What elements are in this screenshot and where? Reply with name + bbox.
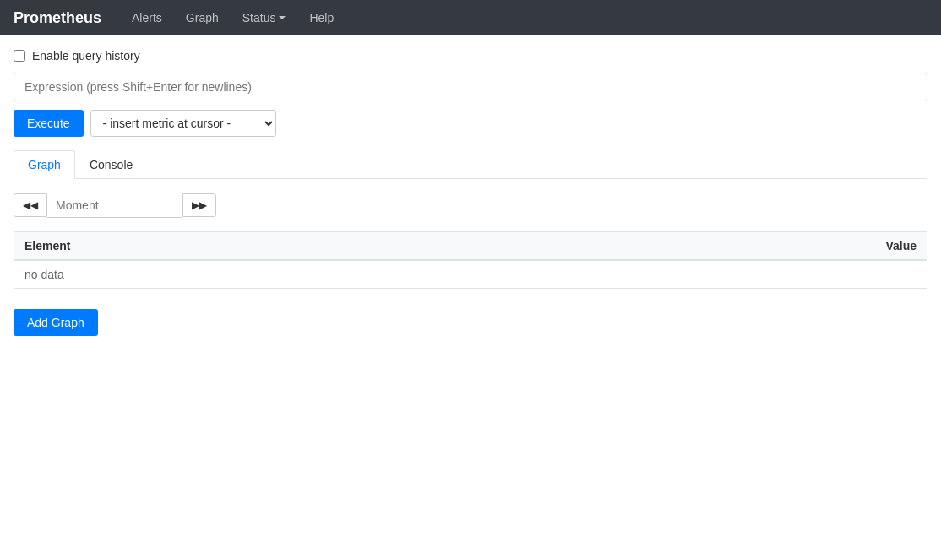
nav-link-alerts[interactable]: Alerts xyxy=(122,4,172,31)
no-data-cell: no data xyxy=(14,260,826,289)
navbar-brand[interactable]: Prometheus xyxy=(14,9,101,27)
metric-select[interactable]: - insert metric at cursor - xyxy=(90,110,276,137)
nav-link-graph[interactable]: Graph xyxy=(176,4,229,31)
expression-input[interactable] xyxy=(14,73,927,101)
tab-graph[interactable]: Graph xyxy=(14,150,75,179)
table-body: no data xyxy=(14,260,927,289)
nav-links: Alerts Graph Status Help xyxy=(122,4,344,31)
data-table: Element Value no data xyxy=(14,231,927,289)
toolbar-row: Execute - insert metric at cursor - xyxy=(14,110,927,137)
nav-dropdown-status-toggle[interactable]: Status xyxy=(232,4,296,31)
navbar: Prometheus Alerts Graph Status Help xyxy=(0,0,941,35)
nav-dropdown-status-label: Status xyxy=(242,11,276,24)
tabs: Graph Console xyxy=(14,150,927,179)
table-header: Element Value xyxy=(14,232,927,261)
table-row: no data xyxy=(14,260,927,289)
no-data-value-cell xyxy=(826,260,927,289)
nav-link-help[interactable]: Help xyxy=(299,4,344,31)
query-history-checkbox[interactable] xyxy=(14,50,25,62)
element-column-header: Element xyxy=(14,232,826,261)
tab-console[interactable]: Console xyxy=(75,150,147,179)
chevron-down-icon xyxy=(279,16,286,19)
nav-dropdown-status: Status xyxy=(232,4,296,31)
value-column-header: Value xyxy=(826,232,927,261)
add-graph-button[interactable]: Add Graph xyxy=(14,309,98,336)
prev-button[interactable]: ◀◀ xyxy=(14,193,47,217)
query-history-label[interactable]: Enable query history xyxy=(32,49,140,63)
moment-input[interactable] xyxy=(47,193,182,218)
query-history-row: Enable query history xyxy=(14,49,927,63)
execute-button[interactable]: Execute xyxy=(14,110,84,137)
console-controls: ◀◀ ▶▶ xyxy=(14,193,927,218)
table-header-row: Element Value xyxy=(14,232,927,261)
main-content: Enable query history Execute - insert me… xyxy=(0,35,941,350)
next-button[interactable]: ▶▶ xyxy=(182,193,216,217)
